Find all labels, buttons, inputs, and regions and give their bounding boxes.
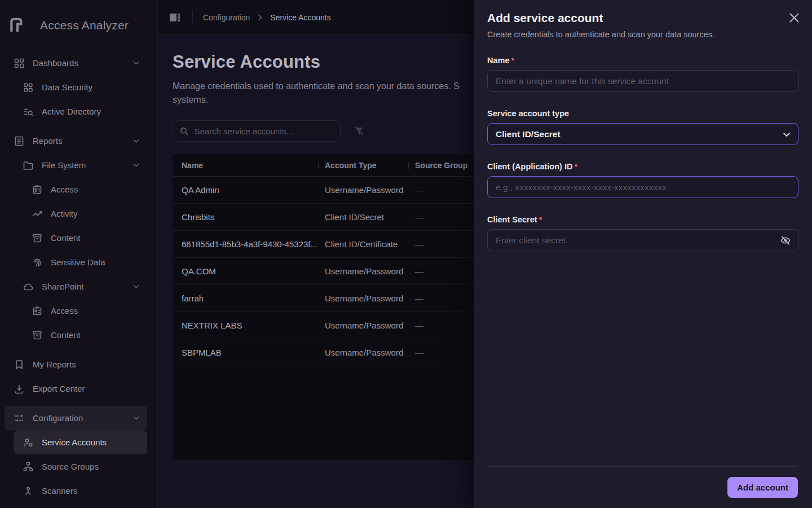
clear-filter-icon[interactable] [353, 125, 365, 137]
app-name: Access Analyzer [40, 19, 129, 32]
row-name: QA.COM [173, 266, 325, 276]
chevron-down-icon [133, 139, 139, 143]
required-marker: * [539, 215, 542, 224]
account-type-value: Client ID/Secret [496, 129, 561, 139]
sidebar-item-fs-content[interactable]: Content [5, 226, 147, 250]
sidebar-item-label: Source Groups [42, 462, 99, 471]
activity-icon [32, 208, 43, 220]
row-name: 661855d1-85b3-4a3f-9430-45323f... [173, 239, 325, 249]
close-icon[interactable] [789, 12, 800, 23]
sidebar-item-dashboards[interactable]: Dashboards [5, 51, 147, 75]
required-marker: * [511, 56, 515, 65]
app-logo: Access Analyzer [0, 5, 157, 49]
chevron-down-icon [783, 133, 790, 137]
bookmark-icon [14, 359, 25, 370]
search-input[interactable] [194, 126, 333, 136]
sidebar-item-scanners[interactable]: Scanners [5, 479, 147, 503]
sidebar-item-label: Access [51, 185, 78, 194]
sidebar-item-file-system[interactable]: File System [5, 153, 147, 177]
sidebar-collapse-icon[interactable] [167, 10, 182, 25]
chevron-down-icon [133, 61, 139, 65]
active-directory-icon [23, 106, 34, 117]
row-account-type: Username/Password [325, 266, 415, 276]
client-secret-field-label: Client Secret* [487, 215, 798, 224]
sidebar-item-sp-content[interactable]: Content [5, 323, 147, 347]
account-type-select[interactable]: Client ID/Secret [487, 123, 798, 145]
client-secret-input[interactable] [496, 235, 790, 246]
label-text: Client Secret [487, 215, 537, 224]
footer-divider [488, 466, 798, 467]
client-id-input[interactable] [496, 182, 790, 192]
sidebar-item-label: File System [42, 160, 86, 170]
breadcrumb-parent[interactable]: Configuration [203, 13, 250, 22]
user-gear-icon [23, 437, 34, 448]
sidebar-item-label: Export Center [33, 384, 85, 393]
cloud-icon [23, 281, 34, 292]
id-badge-icon [32, 184, 43, 195]
client-secret-field [487, 229, 798, 251]
archive-box-icon [32, 330, 43, 341]
reports-icon [14, 135, 25, 147]
chevron-right-icon [258, 14, 262, 21]
sidebar-item-label: My Reports [33, 360, 76, 369]
sidebar-item-active-directory[interactable]: Active Directory [5, 99, 147, 124]
row-account-type: Username/Password [325, 185, 415, 195]
sidebar-item-label: Active Directory [42, 107, 101, 116]
scanner-icon [23, 485, 34, 497]
drawer-subtitle: Create credentials to authenticate and s… [487, 30, 798, 39]
sidebar-item-source-groups[interactable]: Source Groups [5, 454, 147, 479]
row-name: NEXTRIX LABS [173, 321, 325, 330]
sidebar-item-label: Content [51, 233, 81, 243]
column-header-name[interactable]: Name [173, 161, 325, 170]
data-security-icon [23, 82, 34, 93]
sidebar-item-label: Access [51, 306, 78, 316]
row-name: farrah [173, 294, 325, 303]
logo-divider [33, 18, 33, 33]
search-icon [180, 126, 188, 136]
sidebar-item-sp-access[interactable]: Access [5, 299, 147, 323]
add-account-button[interactable]: Add account [727, 477, 798, 498]
row-account-type: Username/Password [325, 348, 415, 357]
drawer-title: Add service account [487, 11, 798, 25]
topbar-divider [192, 10, 193, 25]
eye-off-icon[interactable] [780, 235, 791, 246]
sliders-icon [14, 413, 25, 424]
sidebar-item-fs-sensitive-data[interactable]: Sensitive Data [5, 250, 147, 274]
label-text: Name [487, 56, 510, 65]
name-input[interactable] [496, 76, 790, 86]
sidebar-item-label: Sensitive Data [51, 257, 105, 267]
row-account-type: Username/Password [325, 321, 415, 330]
sidebar-item-service-accounts[interactable]: Service Accounts [14, 430, 147, 454]
sidebar-nav: Dashboards Data Security Active Director… [0, 49, 157, 503]
breadcrumb: Configuration Service Accounts [203, 13, 331, 22]
account-type-field-label: Service account type [487, 109, 798, 118]
sidebar-item-label: SharePoint [42, 282, 83, 291]
sidebar-item-sharepoint[interactable]: SharePoint [5, 274, 147, 299]
sidebar-item-data-security[interactable]: Data Security [5, 75, 147, 99]
row-name: Chrisbits [173, 212, 325, 222]
sidebar-item-my-reports[interactable]: My Reports [5, 352, 147, 376]
breadcrumb-current: Service Accounts [270, 13, 330, 22]
sidebar-item-export-center[interactable]: Export Center [5, 376, 147, 401]
chevron-down-icon [133, 163, 139, 167]
download-icon [14, 383, 25, 395]
dashboards-icon [14, 58, 25, 69]
sidebar-item-reports[interactable]: Reports [5, 129, 147, 153]
fingerprint-icon [32, 257, 43, 268]
sidebar-item-label: Content [51, 330, 81, 340]
sidebar-item-label: Data Security [42, 82, 92, 92]
name-field [487, 70, 798, 92]
name-field-label: Name* [487, 56, 798, 65]
folder-icon [23, 160, 34, 171]
archive-box-icon [32, 233, 43, 244]
column-header-account-type[interactable]: Account Type [325, 161, 415, 170]
search-box[interactable] [173, 120, 341, 142]
sidebar-item-fs-access[interactable]: Access [5, 177, 147, 202]
row-account-type: Client ID/Secret [325, 212, 415, 222]
required-marker: * [574, 162, 577, 171]
sidebar-item-label: Configuration [33, 413, 83, 423]
sidebar-item-fs-activity[interactable]: Activity [5, 202, 147, 226]
client-id-field-label: Client (Application) ID* [487, 162, 798, 171]
hierarchy-icon [23, 461, 34, 472]
sidebar-item-configuration[interactable]: Configuration [5, 406, 147, 430]
